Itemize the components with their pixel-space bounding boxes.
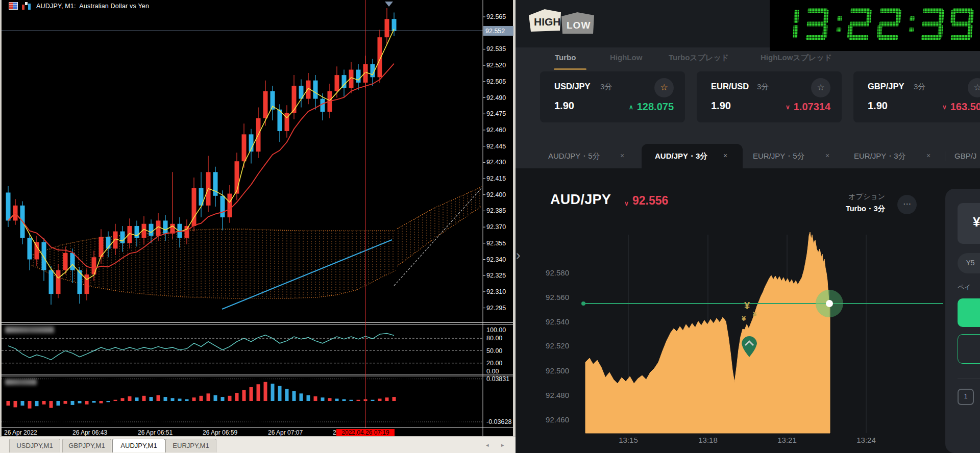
asset-card-usd-jpy[interactable]: USD/JPY3分☆1.90∧128.075 xyxy=(540,71,685,122)
mt4-chart-svg: 92.56592.55092.53592.52092.50592.49092.4… xyxy=(0,0,516,453)
axis-label: 26 Apr 06:59 xyxy=(203,429,237,436)
favorite-star-icon[interactable]: ☆ xyxy=(654,78,674,97)
axis-label: 92.430 xyxy=(486,159,506,166)
axis-label: 100.00 xyxy=(486,326,506,334)
low-button[interactable] xyxy=(958,334,980,364)
chart-icon xyxy=(22,2,31,10)
indicator-name-redacted xyxy=(5,326,54,333)
panel-divider xyxy=(958,379,980,379)
screen: 92.56592.55092.53592.52092.50592.49092.4… xyxy=(0,0,980,453)
axis-label: 0.03831 xyxy=(486,375,509,383)
svg-text:HIGH: HIGH xyxy=(534,16,561,28)
chart-tab-label: AUD/JPY・3分 xyxy=(655,152,707,161)
asset-card-eur-usd[interactable]: EUR/USD3分☆1.90∨1.07314 xyxy=(697,71,842,122)
axis-label: 92.520 xyxy=(546,341,569,350)
mt4-chart-title: AUDJPY, M1: Australian Dollar vs Yen xyxy=(36,3,149,10)
axis-label: 92.460 xyxy=(486,127,506,134)
trade-panel: ¥ ¥5 ペイ 1 xyxy=(945,189,980,453)
amount-preset-pill[interactable]: ¥5 xyxy=(958,253,980,273)
card-payout: 1.90 xyxy=(711,100,731,112)
chart-menu-button[interactable]: ⋯ xyxy=(897,195,917,214)
axis-label: 92.340 xyxy=(486,256,506,263)
current-price-dot xyxy=(826,300,833,307)
axis-label: 92.325 xyxy=(486,272,506,279)
card-payout: 1.90 xyxy=(868,100,888,112)
card-pair: USD/JPY xyxy=(554,82,591,91)
axis-label: 92.505 xyxy=(486,78,506,85)
one-click-trade-toggle[interactable]: 1 xyxy=(958,389,974,405)
axis-label: 26 Apr 2022 xyxy=(4,429,37,436)
favorite-star-icon[interactable]: ☆ xyxy=(811,78,830,97)
nav-tab-1[interactable]: Turbo xyxy=(555,53,576,62)
axis-label: 0.00 xyxy=(486,368,499,375)
axis-label: 92.295 xyxy=(486,305,506,312)
mt4-symbol-tab-usdjpy-m1[interactable]: USDJPY,M1 xyxy=(9,439,60,452)
high-button[interactable] xyxy=(958,298,980,327)
axis-label: 92.385 xyxy=(486,207,506,214)
axis-label: 20.00 xyxy=(486,360,502,367)
axis-label: 92.480 xyxy=(546,391,569,399)
card-duration: 3分 xyxy=(600,82,612,92)
yen-mark: ¥ xyxy=(744,300,750,311)
card-pair: EUR/USD xyxy=(711,82,749,91)
active-tab-underline xyxy=(554,68,586,70)
axis-label: 80.00 xyxy=(486,335,502,342)
axis-label: 92.445 xyxy=(486,143,506,150)
axis-label: 13:21 xyxy=(777,436,797,444)
card-duration: 3分 xyxy=(757,82,769,92)
close-icon[interactable]: × xyxy=(825,152,829,160)
nav-tab-3[interactable]: Turboスプレッド xyxy=(669,53,729,63)
mt4-symbol-tab-gbpjpy-m1[interactable]: GBPJPY,M1 xyxy=(62,439,111,452)
axis-label: 92.580 xyxy=(546,268,569,277)
chart-tabs-row: AUD/JPY・5分×AUD/JPY・3分×EUR/JPY・5分×EUR/JPY… xyxy=(516,144,980,168)
tab-scroll-right-icon[interactable]: ▸ xyxy=(501,442,504,448)
axis-label: 26 Apr 07:07 xyxy=(268,429,303,436)
axis-label: 92.540 xyxy=(546,317,569,326)
axis-label: 92.535 xyxy=(486,45,506,53)
close-icon[interactable]: × xyxy=(723,152,727,160)
asset-card-gbp-jpy[interactable]: GBP/JPY3分☆1.90∨163.502 xyxy=(853,71,980,122)
chart-tab[interactable]: EUR/JPY・3分 xyxy=(854,152,906,161)
chart-tab[interactable]: AUD/JPY・5分 xyxy=(548,152,600,161)
down-caret-icon: ∨ xyxy=(942,104,947,111)
svg-text:LOW: LOW xyxy=(567,20,591,31)
close-icon[interactable]: × xyxy=(926,152,930,160)
axis-label: 13:15 xyxy=(619,436,638,444)
digital-clock xyxy=(770,0,980,51)
collapse-chevron-icon[interactable]: › xyxy=(516,247,521,263)
mt4-symbol-tab-audjpy-m1[interactable]: AUDJPY,M1 xyxy=(112,439,165,452)
indicator-name-redacted xyxy=(5,379,37,385)
nav-tab-4[interactable]: HighLowスプレッド xyxy=(761,53,832,63)
mt4-symbol-tab-eurjpy-m1[interactable]: EURJPY,M1 xyxy=(165,439,216,452)
axis-label: 92.565 xyxy=(486,13,506,20)
chart-tab[interactable]: EUR/JPY・5分 xyxy=(753,152,805,161)
axis-label: 92.552 xyxy=(485,28,505,35)
chart-current-price: 92.556 xyxy=(632,194,668,208)
axis-label: 26 Apr 06:51 xyxy=(138,429,173,436)
axis-label: 92.370 xyxy=(486,223,506,231)
close-icon[interactable]: × xyxy=(620,152,624,160)
axis-label: 2022.04.26 07:19 xyxy=(341,429,389,436)
axis-label: 92.460 xyxy=(546,415,569,424)
tab-scroll-left-icon[interactable]: ◂ xyxy=(486,442,489,448)
card-price: ∨163.502 xyxy=(942,101,980,113)
amount-currency-symbol: ¥ xyxy=(973,214,980,230)
chart-tab[interactable]: GBP/J xyxy=(954,152,976,160)
chart-pair-title: AUD/JPY xyxy=(550,192,611,208)
card-duration: 3分 xyxy=(914,82,925,92)
card-price: ∧128.075 xyxy=(629,101,674,113)
amount-input[interactable]: ¥ xyxy=(958,203,980,244)
yen-mark: ¥ xyxy=(753,310,757,318)
nav-tab-2[interactable]: HighLow xyxy=(610,53,642,62)
payout-label: ペイ xyxy=(958,283,971,292)
axis-label: 92.415 xyxy=(486,175,506,182)
yen-mark: ¥ xyxy=(742,314,746,322)
favorite-star-icon[interactable]: ☆ xyxy=(968,78,980,97)
axis-label: 92.475 xyxy=(486,110,506,117)
axis-label: 92.355 xyxy=(486,240,506,247)
chart-tab-active[interactable]: AUD/JPY・3分× xyxy=(642,144,743,168)
mt4-symbol-tabbar: ◂ ▸ USDJPY,M1GBPJPY,M1AUDJPY,M1EURJPY,M1 xyxy=(0,437,516,453)
axis-label: 50.00 xyxy=(486,347,502,355)
card-payout: 1.90 xyxy=(554,100,574,112)
mt4-window: 92.56592.55092.53592.52092.50592.49092.4… xyxy=(0,0,516,453)
